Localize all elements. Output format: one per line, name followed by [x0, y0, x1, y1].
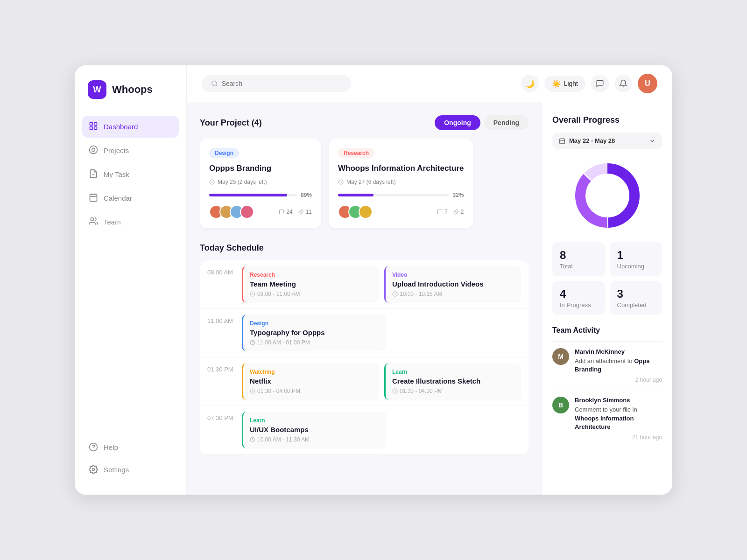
activity-item: M Marvin McKinney Add an attachment to O… [552, 341, 662, 390]
svg-point-15 [212, 81, 217, 85]
project-card[interactable]: Research Whoops Information Architecture… [329, 139, 473, 228]
svg-line-16 [216, 85, 217, 86]
sidebar: W Whoops DashboardProjectsMy TaskCalenda… [75, 65, 187, 495]
team-activity-title: Team Activity [552, 326, 662, 335]
project-footer: 7 2 [338, 205, 464, 219]
event-time: 10.00 AM - 11.30 AM [250, 436, 380, 443]
schedule-events: Learn UI/UX Bootcamps 10.00 AM - 11.30 A… [242, 406, 529, 454]
projects-list: Design Oppps Branding May 25 (2 days lef… [200, 139, 529, 232]
ongoing-button[interactable]: Ongoing [435, 115, 480, 130]
sidebar-item-team[interactable]: Team [82, 211, 179, 233]
chevron-down-icon [649, 138, 655, 144]
schedule-events: Watching Netflix 01.30 - 04.00 PM Learn … [242, 357, 529, 406]
event-card[interactable]: Design Typography for Oppps 11.00 AM - 0… [242, 315, 386, 351]
sidebar-item-label: Team [104, 218, 121, 226]
svg-rect-25 [560, 139, 565, 144]
stat-label: Completed [617, 301, 655, 308]
stats-grid: 8Total1Upcoming4In Progress3Completed [552, 242, 662, 315]
svg-rect-0 [90, 123, 93, 126]
bell-icon [619, 79, 627, 88]
time-label: 08.00 AM [200, 260, 242, 276]
activity-time: 21 hour ago [575, 434, 662, 441]
projects-title: Your Project (4) [200, 118, 262, 128]
activity-item: B Brooklyn Simmons Comment to your file … [552, 390, 662, 447]
search-input[interactable] [222, 80, 342, 87]
schedule-row: 07.30 PM Learn UI/UX Bootcamps 10.00 AM … [200, 406, 529, 455]
sidebar-nav: DashboardProjectsMy TaskCalendarTeam [75, 116, 186, 437]
moon-icon: 🌙 [525, 79, 535, 88]
project-tag: Research [338, 148, 374, 158]
schedule-events: Research Team Meeting 08.00 - 11.00 AM V… [242, 260, 529, 308]
project-footer: 24 11 [209, 205, 312, 219]
settings-label: Settings [104, 466, 129, 474]
clock-icon [392, 388, 398, 394]
schedule-events: Design Typography for Oppps 11.00 AM - 0… [242, 309, 529, 357]
calendar-icon [559, 138, 565, 144]
clock-icon [250, 291, 255, 297]
progress-bar: 89% [209, 192, 312, 198]
date-filter[interactable]: May 22 - May 28 [552, 133, 662, 149]
project-deadline: May 25 (2 days left) [209, 179, 312, 185]
activity-avatar: M [552, 348, 569, 365]
search-icon [211, 80, 218, 87]
project-card[interactable]: Design Oppps Branding May 25 (2 days lef… [200, 139, 321, 228]
activity-time: 2 hour ago [575, 377, 662, 383]
theme-toggle[interactable]: ☀️ Light [544, 76, 585, 92]
event-name: Typography for Oppps [250, 329, 380, 336]
activity-text: Comment to your file in Whoops Informati… [575, 406, 662, 431]
stat-card: 8Total [552, 242, 605, 276]
event-time: 08.00 - 11.00 AM [250, 291, 372, 297]
sidebar-item-dashboard[interactable]: Dashboard [82, 116, 179, 138]
event-time: 10.00 - 10.15 AM [392, 291, 514, 297]
activity-content: Brooklyn Simmons Comment to your file in… [575, 397, 662, 441]
project-name: Whoops Information Architecture [338, 164, 464, 173]
header-actions: 🌙 ☀️ Light U [521, 74, 657, 93]
logo-icon: W [88, 80, 106, 99]
event-card[interactable]: Video Upload Introduction Videos 10.00 -… [384, 266, 521, 303]
stat-card: 3Completed [610, 281, 662, 315]
help-icon [89, 442, 98, 452]
sidebar-item-label: Calendar [104, 194, 132, 202]
projects-header: Your Project (4) Ongoing Pending [200, 115, 529, 130]
event-name: UI/UX Bootcamps [250, 426, 380, 434]
progress-pct: 32% [452, 192, 464, 198]
user-avatar[interactable]: U [638, 74, 657, 93]
event-card[interactable]: Watching Netflix 01.30 - 04.00 PM [242, 363, 379, 400]
event-card[interactable]: Research Team Meeting 08.00 - 11.00 AM [242, 266, 379, 303]
sidebar-item-label: My Task [104, 170, 129, 178]
activity-name: Marvin McKinney [575, 348, 662, 355]
pending-button[interactable]: Pending [484, 115, 529, 130]
attachment-count: 2 [453, 209, 464, 215]
sidebar-item-settings[interactable]: Settings [82, 459, 179, 480]
team-icon [89, 217, 98, 227]
event-name: Create Illustrations Sketch [392, 377, 514, 385]
project-tag: Design [209, 148, 239, 158]
stat-value: 8 [560, 249, 598, 262]
sidebar-item-calendar[interactable]: Calendar [82, 187, 179, 209]
event-tag: Research [250, 272, 372, 278]
notification-button[interactable] [614, 75, 632, 92]
sidebar-item-projects[interactable]: Projects [82, 140, 179, 161]
clock-icon [392, 291, 398, 297]
moon-button[interactable]: 🌙 [521, 75, 539, 92]
search-bar[interactable] [202, 75, 351, 92]
stat-value: 3 [617, 287, 655, 301]
time-label: 01.30 PM [200, 357, 242, 373]
sidebar-item-mytask[interactable]: My Task [82, 163, 179, 185]
event-card[interactable]: Learn UI/UX Bootcamps 10.00 AM - 11.30 A… [242, 412, 386, 448]
project-meta: 7 2 [437, 209, 464, 215]
center-panel: Your Project (4) Ongoing Pending Design … [187, 102, 542, 495]
body-content: Your Project (4) Ongoing Pending Design … [187, 102, 672, 495]
activity-avatar: B [552, 397, 569, 413]
dashboard-icon [89, 121, 98, 132]
sidebar-item-help[interactable]: Help [82, 437, 179, 457]
schedule-row: 08.00 AM Research Team Meeting 08.00 - 1… [200, 260, 529, 309]
stat-value: 1 [617, 249, 655, 262]
main-content: 🌙 ☀️ Light U Your Project [187, 65, 672, 495]
message-button[interactable] [591, 75, 609, 92]
comment-count: 7 [437, 209, 448, 215]
event-card[interactable]: Learn Create Illustrations Sketch 01.30 … [384, 363, 521, 400]
stat-card: 4In Progress [552, 281, 605, 315]
svg-rect-2 [90, 127, 93, 130]
schedule-row: 11.00 AM Design Typography for Oppps 11.… [200, 309, 529, 357]
